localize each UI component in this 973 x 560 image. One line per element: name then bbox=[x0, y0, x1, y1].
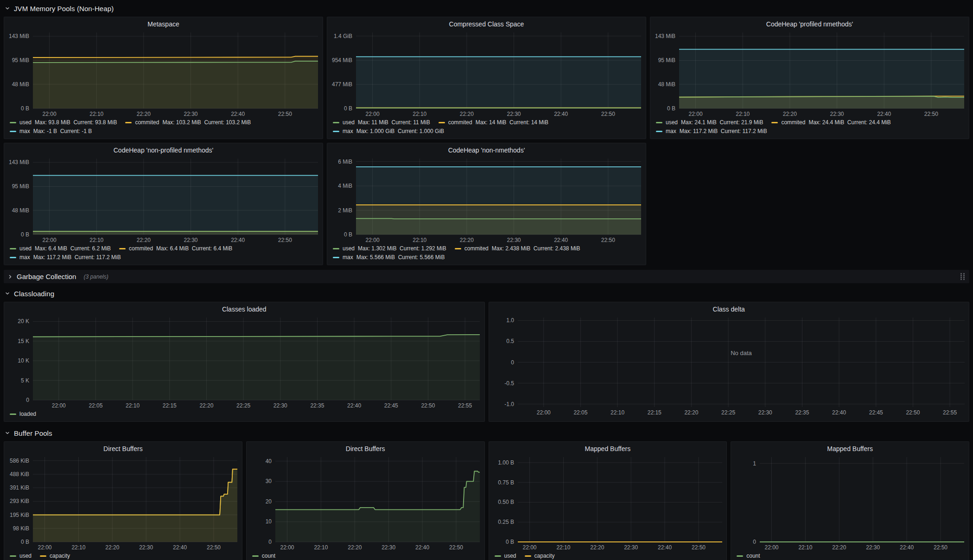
svg-text:0.5: 0.5 bbox=[506, 338, 514, 344]
chart-canvas[interactable]: 01020304022:0022:1022:2022:3022:4022:50 bbox=[247, 453, 484, 552]
svg-text:22:20: 22:20 bbox=[684, 409, 698, 416]
chart-canvas[interactable]: 0 B0.25 B0.50 B0.75 B1.00 B22:0022:1022:… bbox=[489, 453, 727, 552]
svg-text:22:50: 22:50 bbox=[601, 237, 615, 243]
chart-canvas[interactable]: 0122:0022:1022:2022:3022:4022:50 bbox=[731, 453, 969, 552]
legend-item-used[interactable]: usedMax: 24.1 MiB Current: 21.9 MiB bbox=[656, 119, 763, 126]
section-classloading[interactable]: Classloading bbox=[4, 288, 969, 299]
panel-direct-buffers: Direct Buffers01020304022:0022:1022:2022… bbox=[246, 441, 485, 560]
max-series-marker bbox=[333, 257, 339, 258]
legend-item-used[interactable]: usedMax: 6.4 MiB Current: 6.2 MiB bbox=[10, 245, 111, 252]
chart-canvas[interactable]: 0 B477 MiB954 MiB1.4 GiB22:0022:1022:202… bbox=[327, 29, 646, 119]
chart-canvas[interactable]: 0 B48 MiB95 MiB143 MiB22:0022:1022:2022:… bbox=[4, 29, 323, 119]
legend-item-used[interactable]: usedMax: 1.302 MiB Current: 1.292 MiB bbox=[333, 245, 446, 252]
legend-label: commited bbox=[135, 119, 159, 126]
row-garbage-collection[interactable]: Garbage Collection (3 panels) bbox=[4, 270, 969, 283]
svg-text:22:50: 22:50 bbox=[906, 409, 920, 416]
panel-title[interactable]: CodeHeap 'non-nmethods' bbox=[327, 143, 646, 155]
panel-title[interactable]: Classes loaded bbox=[4, 302, 484, 314]
chevron-down-icon bbox=[5, 291, 10, 296]
svg-text:143 MiB: 143 MiB bbox=[655, 33, 675, 39]
svg-text:0 B: 0 B bbox=[667, 105, 675, 112]
legend-item-capacity[interactable]: capacity bbox=[525, 553, 555, 560]
legend-item-used[interactable]: usedMax: 11 MiB Current: 11 MiB bbox=[333, 119, 430, 126]
panel-title[interactable]: Direct Buffers bbox=[247, 442, 484, 453]
svg-text:22:10: 22:10 bbox=[126, 402, 140, 409]
legend-item-max[interactable]: maxMax: 117.2 MiB Current: 117.2 MiB bbox=[656, 128, 767, 135]
legend-item-commited[interactable]: commitedMax: 2.438 MiB Current: 2.438 Mi… bbox=[455, 245, 580, 252]
svg-text:48 MiB: 48 MiB bbox=[12, 207, 29, 214]
used-series-marker bbox=[333, 122, 339, 123]
panel-title[interactable]: Direct Buffers bbox=[4, 442, 242, 453]
section-jvm-memory-pools[interactable]: JVM Memory Pools (Non-Heap) bbox=[4, 3, 969, 14]
svg-text:22:10: 22:10 bbox=[611, 409, 624, 416]
classloading-row: Classes loaded05 K10 K15 K20 K22:0022:05… bbox=[4, 302, 969, 422]
legend-item-max[interactable]: maxMax: 5.566 MiB Current: 5.566 MiB bbox=[333, 254, 445, 261]
panel-title[interactable]: CodeHeap 'profiled nmethods' bbox=[650, 17, 969, 29]
legend-item-commited[interactable]: commitedMax: 24.4 MiB Current: 24.4 MiB bbox=[771, 119, 890, 126]
legend-label: commited bbox=[781, 119, 805, 126]
panel-title[interactable]: Metaspace bbox=[4, 17, 323, 29]
section-buffer-pools[interactable]: Buffer Pools bbox=[4, 427, 969, 439]
svg-text:22:00: 22:00 bbox=[765, 544, 779, 551]
panel-mapped-buffers: Mapped Buffers0 B0.25 B0.50 B0.75 B1.00 … bbox=[489, 441, 727, 560]
panel-metaspace: Metaspace0 B48 MiB95 MiB143 MiB22:0022:1… bbox=[4, 17, 323, 139]
svg-text:22:30: 22:30 bbox=[382, 544, 395, 551]
legend-item-max[interactable]: maxMax: -1 B Current: -1 B bbox=[10, 128, 92, 135]
chevron-down-icon bbox=[5, 430, 10, 436]
panel-title[interactable]: CodeHeap 'non-profiled nmethods' bbox=[4, 143, 323, 155]
drag-handle-icon[interactable] bbox=[960, 273, 965, 280]
legend-item-used[interactable]: used bbox=[495, 553, 516, 560]
panel-title[interactable]: Compressed Class Space bbox=[327, 17, 646, 29]
legend-item-loaded[interactable]: loaded bbox=[10, 411, 36, 418]
svg-text:48 MiB: 48 MiB bbox=[658, 81, 675, 88]
legend-item-count[interactable]: count bbox=[737, 553, 760, 560]
legend-item-max[interactable]: maxMax: 1.000 GiB Current: 1.000 GiB bbox=[333, 128, 444, 135]
max-series-marker bbox=[10, 131, 16, 132]
svg-text:22:40: 22:40 bbox=[554, 237, 568, 243]
legend-item-commited[interactable]: commitedMax: 6.4 MiB Current: 6.4 MiB bbox=[119, 245, 232, 252]
legend-item-max[interactable]: maxMax: 117.2 MiB Current: 117.2 MiB bbox=[10, 254, 121, 261]
svg-text:954 MiB: 954 MiB bbox=[332, 57, 352, 64]
svg-text:22:10: 22:10 bbox=[89, 111, 103, 117]
panel-title[interactable]: Mapped Buffers bbox=[489, 442, 727, 453]
chart-canvas[interactable]: 05 K10 K15 K20 K22:0022:0522:1022:1522:2… bbox=[4, 314, 484, 410]
used-series-marker bbox=[656, 122, 662, 123]
svg-text:22:20: 22:20 bbox=[137, 111, 151, 117]
svg-text:0: 0 bbox=[268, 539, 272, 545]
svg-text:22:00: 22:00 bbox=[43, 111, 57, 117]
svg-text:22:30: 22:30 bbox=[273, 402, 287, 409]
legend-item-commited[interactable]: commitedMax: 14 MiB Current: 14 MiB bbox=[439, 119, 548, 126]
svg-text:22:55: 22:55 bbox=[943, 409, 957, 416]
svg-text:1.4 GiB: 1.4 GiB bbox=[334, 33, 352, 39]
svg-text:22:10: 22:10 bbox=[413, 111, 426, 117]
legend-stats: Max: 1.302 MiB Current: 1.292 MiB bbox=[358, 245, 446, 252]
legend-stats: Max: 5.566 MiB Current: 5.566 MiB bbox=[356, 254, 445, 261]
svg-text:1: 1 bbox=[753, 460, 757, 467]
legend-item-used[interactable]: used bbox=[10, 553, 32, 560]
legend-item-count[interactable]: count bbox=[252, 553, 275, 560]
legend: count bbox=[247, 552, 484, 560]
legend-label: max bbox=[343, 128, 353, 135]
svg-text:1.00 B: 1.00 B bbox=[498, 459, 514, 466]
chart-canvas[interactable]: 0 B2 MiB4 MiB6 MiB22:0022:1022:2022:3022… bbox=[327, 155, 646, 245]
legend-label: used bbox=[504, 553, 516, 560]
panel-title[interactable]: Mapped Buffers bbox=[731, 442, 969, 453]
commited-series-marker bbox=[125, 122, 132, 123]
chart-canvas[interactable]: 0 B48 MiB95 MiB143 MiB22:0022:1022:2022:… bbox=[4, 155, 323, 245]
panel-count: (3 panels) bbox=[83, 274, 108, 280]
chart-canvas[interactable]: 0 B98 KiB195 KiB293 KiB391 KiB488 KiB586… bbox=[4, 453, 242, 552]
svg-text:22:15: 22:15 bbox=[163, 402, 177, 409]
chart-canvas[interactable]: 0 B48 MiB95 MiB143 MiB22:0022:1022:2022:… bbox=[650, 29, 969, 119]
panel-title[interactable]: Class delta bbox=[489, 302, 969, 314]
legend-item-used[interactable]: usedMax: 93.8 MiB Current: 93.8 MiB bbox=[10, 119, 117, 126]
chart-canvas[interactable]: -1.0-0.500.51.022:0022:0522:1022:1522:20… bbox=[489, 314, 969, 417]
buffer-pools-row: Direct Buffers0 B98 KiB195 KiB293 KiB391… bbox=[4, 441, 969, 560]
legend-item-commited[interactable]: commitedMax: 103.2 MiB Current: 103.2 Mi… bbox=[125, 119, 251, 126]
svg-text:0 B: 0 B bbox=[21, 105, 29, 112]
svg-text:22:55: 22:55 bbox=[458, 402, 472, 409]
svg-text:0 B: 0 B bbox=[344, 231, 352, 238]
svg-text:22:00: 22:00 bbox=[366, 237, 380, 243]
legend-stats: Max: 14 MiB Current: 14 MiB bbox=[476, 119, 548, 126]
svg-text:-1.0: -1.0 bbox=[504, 401, 514, 407]
legend-item-capacity[interactable]: capacity bbox=[40, 553, 70, 560]
